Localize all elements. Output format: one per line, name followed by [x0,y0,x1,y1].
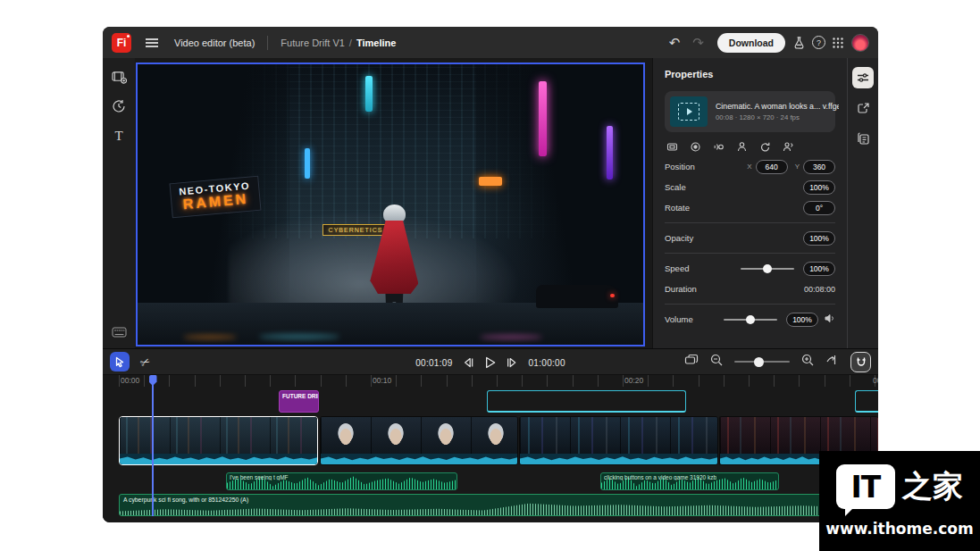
x-axis-label: X [747,163,751,171]
audio-clip-2[interactable]: clicking buttons on a video game 31920 k… [600,472,779,490]
position-y-input[interactable] [803,160,835,174]
apps-grid-icon[interactable] [832,37,844,49]
audio-clip-label: I've been seeing t gMF [230,474,289,480]
neon-sign [365,76,373,112]
hamburger-menu-icon[interactable] [146,42,158,44]
zoom-out-icon[interactable] [710,354,723,370]
preview-video[interactable]: NEO-TOKYO RAMEN CYBERNETICS [136,63,645,346]
scale-row: Scale [665,177,835,197]
volume-label: Volume [665,314,724,324]
properties-tab-icon[interactable] [852,67,874,88]
y-axis-label: Y [795,163,800,171]
left-toolbar: T [103,58,135,348]
divider [665,304,835,305]
selected-clip-card[interactable]: Cinematic. A woman looks a... v.ffgenvid… [665,91,835,132]
audio-levels-icon[interactable] [713,141,725,153]
ruler-label: 00:20 [624,376,643,385]
breadcrumb-separator: / [349,38,352,48]
video-clip-2[interactable] [320,416,518,465]
overlay-video-clip-2[interactable] [855,390,878,413]
undo-icon[interactable]: ↶ [669,36,681,49]
volume-slider[interactable] [724,319,777,321]
speed-input[interactable] [803,262,835,276]
playhead[interactable] [152,375,154,516]
clip-metadata: 00:08 · 1280 × 720 · 24 fps [716,113,839,121]
speed-label: Speed [665,263,741,273]
opacity-input[interactable] [803,231,835,246]
duration-row: Duration 00:08:00 [665,279,835,299]
user-avatar[interactable] [851,34,869,52]
split-tool-icon[interactable]: ✂ [138,354,152,370]
timeline-toolbar: ✂ 00:01:09 01:00:00 [103,348,878,375]
redo-icon[interactable]: ↷ [692,36,704,49]
remove-background-icon[interactable] [783,141,794,153]
scale-label: Scale [665,182,803,192]
generation-history-icon[interactable] [112,99,126,113]
video-clip-1-selected[interactable] [119,416,318,465]
current-time: 00:01:09 [415,358,452,368]
music-clip[interactable]: A cyberpunk sci fi song, with or 8512422… [119,494,878,516]
position-x-input[interactable] [756,160,788,174]
overlay-video-clip-1[interactable] [487,390,686,413]
transport-controls: 00:01:09 01:00:00 [415,349,565,376]
zoom-slider[interactable] [734,361,790,363]
divider [267,36,268,50]
fit-timeline-icon[interactable] [684,354,699,370]
play-button[interactable] [485,356,497,369]
ithome-logo: IT [836,464,895,509]
crop-icon[interactable] [666,141,678,153]
beaker-icon[interactable] [792,36,806,49]
scale-input[interactable] [803,180,835,195]
snapping-toggle-button[interactable] [850,352,871,372]
position-row: Position X Y [665,156,835,177]
rotate-icon[interactable] [759,141,771,153]
watermark-url: www.ithome.com [825,520,973,538]
app-window: Fi Video editor (beta) Future Drift V1 /… [103,27,878,522]
video-clip-3[interactable] [519,416,718,465]
download-button[interactable]: Download [717,33,785,53]
person-icon[interactable] [736,141,748,153]
help-icon[interactable]: ? [812,36,825,49]
rotate-label: Rotate [665,203,803,213]
neon-sign [479,177,502,186]
select-tool-button[interactable] [110,352,130,372]
panel-title: Properties [665,69,835,79]
frame-back-icon[interactable] [463,357,475,368]
breadcrumb-project[interactable]: Future Drift V1 [281,38,345,48]
right-toolbar [847,58,878,348]
opacity-row: Opacity [665,228,835,248]
ruler-label: 00:10 [373,376,391,385]
record-icon[interactable] [690,141,701,153]
timeline-zoom-controls [684,352,871,372]
neon-sign [607,126,613,179]
snap-playhead-icon[interactable] [825,354,839,370]
audio-clip-1[interactable]: I've been seeing t gMF [226,472,457,490]
timeline-ruler[interactable]: 00:00 00:10 00:20 00:30 [103,375,878,387]
firefly-logo[interactable]: Fi [112,33,131,53]
main-area: T [103,58,878,348]
timeline-section: ✂ 00:01:09 01:00:00 [103,348,878,522]
speed-slider[interactable] [741,268,794,270]
captions-icon[interactable] [857,132,870,149]
keyboard-icon[interactable] [112,327,127,338]
speaker-icon[interactable] [825,313,835,325]
timeline-tracks-area[interactable]: 00:00 00:10 00:20 00:30 FUTURE DRIF [103,375,878,521]
neon-sign [305,148,310,179]
clip-name: Cinematic. A woman looks a... v.ffgenvid [716,102,839,111]
zoom-in-icon[interactable] [801,354,814,370]
divider [665,253,835,254]
text-tool-icon[interactable]: T [114,129,122,144]
duration-value: 00:08:00 [804,285,835,294]
export-frame-icon[interactable] [857,102,870,119]
reflection [480,335,542,339]
duration-label: Duration [665,284,804,294]
speed-row: Speed [665,258,835,279]
frame-forward-icon[interactable] [507,357,519,368]
opacity-label: Opacity [665,233,803,243]
text-clip[interactable]: FUTURE DRIF [279,390,319,413]
clip-thumbnail-icon [670,96,708,127]
volume-input[interactable] [786,313,818,327]
add-media-icon[interactable] [112,71,127,84]
rotate-input[interactable] [803,201,835,215]
rotate-row: Rotate [665,197,835,218]
